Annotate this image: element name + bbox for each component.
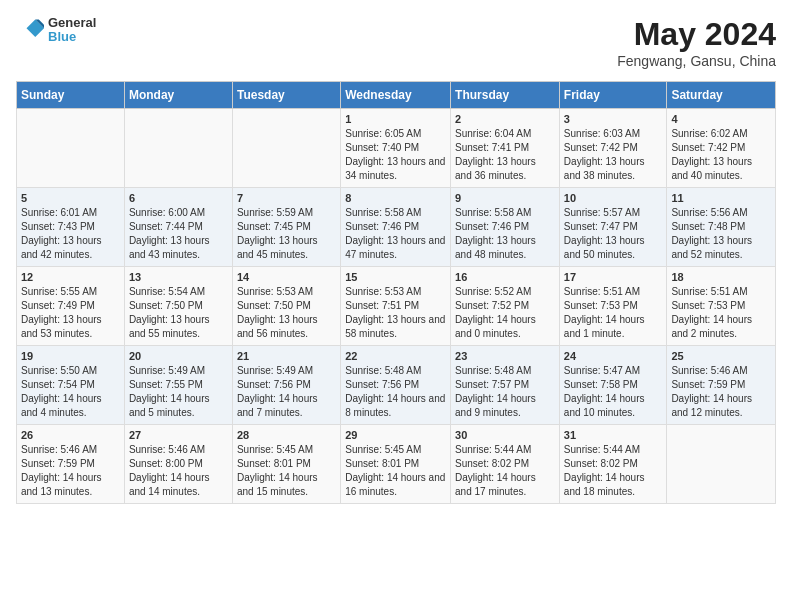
day-number: 9 — [455, 192, 555, 204]
calendar-cell: 7 Sunrise: 5:59 AM Sunset: 7:45 PM Dayli… — [232, 188, 340, 267]
day-info: Sunrise: 5:53 AM Sunset: 7:50 PM Dayligh… — [237, 285, 336, 341]
sunrise-text: Sunrise: 5:44 AM — [455, 444, 531, 455]
sunset-text: Sunset: 8:01 PM — [345, 458, 419, 469]
sunrise-text: Sunrise: 5:58 AM — [455, 207, 531, 218]
sunrise-text: Sunrise: 5:56 AM — [671, 207, 747, 218]
weekday-header: Friday — [559, 82, 667, 109]
day-number: 23 — [455, 350, 555, 362]
day-number: 12 — [21, 271, 120, 283]
daylight-text: Daylight: 14 hours and 2 minutes. — [671, 314, 752, 339]
sunset-text: Sunset: 7:41 PM — [455, 142, 529, 153]
day-info: Sunrise: 5:58 AM Sunset: 7:46 PM Dayligh… — [345, 206, 446, 262]
sunrise-text: Sunrise: 5:46 AM — [21, 444, 97, 455]
sunrise-text: Sunrise: 5:48 AM — [455, 365, 531, 376]
day-info: Sunrise: 5:47 AM Sunset: 7:58 PM Dayligh… — [564, 364, 663, 420]
calendar-cell: 5 Sunrise: 6:01 AM Sunset: 7:43 PM Dayli… — [17, 188, 125, 267]
day-info: Sunrise: 6:01 AM Sunset: 7:43 PM Dayligh… — [21, 206, 120, 262]
day-number: 1 — [345, 113, 446, 125]
day-info: Sunrise: 5:50 AM Sunset: 7:54 PM Dayligh… — [21, 364, 120, 420]
sunrise-text: Sunrise: 6:02 AM — [671, 128, 747, 139]
calendar-cell: 21 Sunrise: 5:49 AM Sunset: 7:56 PM Dayl… — [232, 346, 340, 425]
day-info: Sunrise: 6:04 AM Sunset: 7:41 PM Dayligh… — [455, 127, 555, 183]
page-header: General Blue May 2024 Fengwang, Gansu, C… — [16, 16, 776, 69]
day-number: 16 — [455, 271, 555, 283]
sunset-text: Sunset: 8:02 PM — [564, 458, 638, 469]
calendar-cell: 19 Sunrise: 5:50 AM Sunset: 7:54 PM Dayl… — [17, 346, 125, 425]
day-info: Sunrise: 5:58 AM Sunset: 7:46 PM Dayligh… — [455, 206, 555, 262]
day-info: Sunrise: 5:48 AM Sunset: 7:56 PM Dayligh… — [345, 364, 446, 420]
sunrise-text: Sunrise: 5:47 AM — [564, 365, 640, 376]
daylight-text: Daylight: 14 hours and 12 minutes. — [671, 393, 752, 418]
daylight-text: Daylight: 13 hours and 52 minutes. — [671, 235, 752, 260]
day-number: 14 — [237, 271, 336, 283]
daylight-text: Daylight: 14 hours and 15 minutes. — [237, 472, 318, 497]
day-number: 11 — [671, 192, 771, 204]
sunrise-text: Sunrise: 6:05 AM — [345, 128, 421, 139]
sunrise-text: Sunrise: 5:49 AM — [237, 365, 313, 376]
sunset-text: Sunset: 8:02 PM — [455, 458, 529, 469]
day-number: 10 — [564, 192, 663, 204]
daylight-text: Daylight: 14 hours and 9 minutes. — [455, 393, 536, 418]
day-info: Sunrise: 5:44 AM Sunset: 8:02 PM Dayligh… — [455, 443, 555, 499]
day-number: 31 — [564, 429, 663, 441]
weekday-header: Tuesday — [232, 82, 340, 109]
sunset-text: Sunset: 7:59 PM — [671, 379, 745, 390]
sunset-text: Sunset: 7:40 PM — [345, 142, 419, 153]
day-number: 27 — [129, 429, 228, 441]
calendar-cell: 23 Sunrise: 5:48 AM Sunset: 7:57 PM Dayl… — [451, 346, 560, 425]
title-block: May 2024 Fengwang, Gansu, China — [617, 16, 776, 69]
weekday-header: Saturday — [667, 82, 776, 109]
calendar-cell: 18 Sunrise: 5:51 AM Sunset: 7:53 PM Dayl… — [667, 267, 776, 346]
sunset-text: Sunset: 7:43 PM — [21, 221, 95, 232]
day-number: 28 — [237, 429, 336, 441]
daylight-text: Daylight: 14 hours and 5 minutes. — [129, 393, 210, 418]
calendar-cell: 15 Sunrise: 5:53 AM Sunset: 7:51 PM Dayl… — [341, 267, 451, 346]
weekday-header: Sunday — [17, 82, 125, 109]
calendar-cell — [667, 425, 776, 504]
sunset-text: Sunset: 7:45 PM — [237, 221, 311, 232]
sunset-text: Sunset: 7:53 PM — [671, 300, 745, 311]
calendar-cell: 24 Sunrise: 5:47 AM Sunset: 7:58 PM Dayl… — [559, 346, 667, 425]
sunrise-text: Sunrise: 6:03 AM — [564, 128, 640, 139]
sunset-text: Sunset: 7:49 PM — [21, 300, 95, 311]
calendar-cell: 8 Sunrise: 5:58 AM Sunset: 7:46 PM Dayli… — [341, 188, 451, 267]
sunset-text: Sunset: 7:59 PM — [21, 458, 95, 469]
daylight-text: Daylight: 14 hours and 7 minutes. — [237, 393, 318, 418]
daylight-text: Daylight: 14 hours and 4 minutes. — [21, 393, 102, 418]
day-number: 25 — [671, 350, 771, 362]
daylight-text: Daylight: 13 hours and 58 minutes. — [345, 314, 445, 339]
daylight-text: Daylight: 14 hours and 13 minutes. — [21, 472, 102, 497]
sunset-text: Sunset: 8:00 PM — [129, 458, 203, 469]
day-info: Sunrise: 5:46 AM Sunset: 7:59 PM Dayligh… — [21, 443, 120, 499]
day-info: Sunrise: 6:03 AM Sunset: 7:42 PM Dayligh… — [564, 127, 663, 183]
day-number: 8 — [345, 192, 446, 204]
sunrise-text: Sunrise: 5:46 AM — [671, 365, 747, 376]
sunset-text: Sunset: 7:46 PM — [345, 221, 419, 232]
sunrise-text: Sunrise: 5:51 AM — [564, 286, 640, 297]
calendar-cell: 16 Sunrise: 5:52 AM Sunset: 7:52 PM Dayl… — [451, 267, 560, 346]
calendar-cell: 14 Sunrise: 5:53 AM Sunset: 7:50 PM Dayl… — [232, 267, 340, 346]
day-number: 13 — [129, 271, 228, 283]
daylight-text: Daylight: 13 hours and 43 minutes. — [129, 235, 210, 260]
daylight-text: Daylight: 14 hours and 14 minutes. — [129, 472, 210, 497]
calendar-week-row: 26 Sunrise: 5:46 AM Sunset: 7:59 PM Dayl… — [17, 425, 776, 504]
daylight-text: Daylight: 13 hours and 36 minutes. — [455, 156, 536, 181]
sunrise-text: Sunrise: 5:48 AM — [345, 365, 421, 376]
calendar-cell: 20 Sunrise: 5:49 AM Sunset: 7:55 PM Dayl… — [124, 346, 232, 425]
sunrise-text: Sunrise: 5:53 AM — [345, 286, 421, 297]
sunrise-text: Sunrise: 5:55 AM — [21, 286, 97, 297]
daylight-text: Daylight: 14 hours and 8 minutes. — [345, 393, 445, 418]
calendar-cell: 10 Sunrise: 5:57 AM Sunset: 7:47 PM Dayl… — [559, 188, 667, 267]
day-info: Sunrise: 5:49 AM Sunset: 7:55 PM Dayligh… — [129, 364, 228, 420]
day-info: Sunrise: 5:46 AM Sunset: 8:00 PM Dayligh… — [129, 443, 228, 499]
sunset-text: Sunset: 7:42 PM — [564, 142, 638, 153]
day-number: 17 — [564, 271, 663, 283]
day-number: 29 — [345, 429, 446, 441]
daylight-text: Daylight: 14 hours and 16 minutes. — [345, 472, 445, 497]
sunset-text: Sunset: 7:44 PM — [129, 221, 203, 232]
sunrise-text: Sunrise: 5:49 AM — [129, 365, 205, 376]
daylight-text: Daylight: 13 hours and 38 minutes. — [564, 156, 645, 181]
day-info: Sunrise: 5:51 AM Sunset: 7:53 PM Dayligh… — [671, 285, 771, 341]
sunrise-text: Sunrise: 5:52 AM — [455, 286, 531, 297]
calendar-cell — [124, 109, 232, 188]
